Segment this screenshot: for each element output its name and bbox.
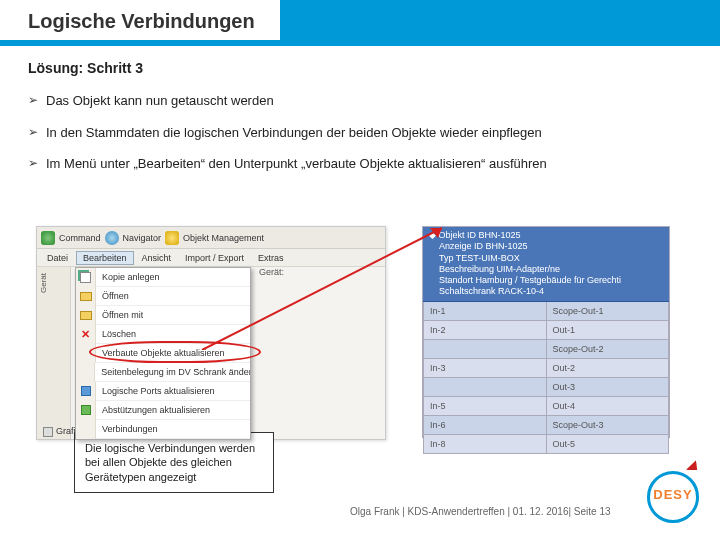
bullet-text: In den Stammdaten die logischen Verbindu… [46, 124, 542, 142]
menu-item-change-side[interactable]: Seitenbelegung im DV Schrank ändern [76, 363, 250, 382]
port-row: In-2Out-1 [423, 321, 669, 340]
side-tabs: Gerät [37, 267, 71, 439]
embedded-screenshot: Command Navigator Objekt Management Date… [36, 226, 676, 444]
toolbar: Command Navigator Objekt Management [37, 227, 385, 249]
bullet-arrow-icon: ➢ [28, 124, 38, 142]
folder-icon [80, 311, 92, 320]
toolbar-command[interactable]: Command [59, 233, 101, 243]
menubar: Datei Bearbeiten Ansicht Import / Export… [37, 249, 385, 267]
bullet-arrow-icon: ➢ [28, 92, 38, 110]
santa-hat-icon [684, 462, 704, 476]
menu-import-export[interactable]: Import / Export [179, 252, 250, 264]
menu-bearbeiten[interactable]: Bearbeiten [76, 251, 134, 265]
side-tab-label[interactable]: Gerät [37, 267, 50, 299]
port-row: In-1Scope-Out-1 [423, 302, 669, 321]
menu-ansicht[interactable]: Ansicht [136, 252, 178, 264]
port-row: Scope-Out-2 [423, 340, 669, 359]
page-title: Logische Verbindungen [28, 10, 265, 33]
bullet-list: ➢Das Objekt kann nun getauscht werden ➢I… [28, 92, 688, 187]
blue-icon [81, 386, 91, 396]
port-row: Out-3 [423, 378, 669, 397]
subtitle: Lösung: Schritt 3 [28, 60, 143, 76]
copy-icon [80, 272, 91, 283]
field-label: Gerät: [259, 267, 284, 277]
port-row: In-8Out-5 [423, 435, 669, 454]
menu-item-copy[interactable]: Kopie anlegen [76, 268, 250, 287]
green-icon [81, 405, 91, 415]
menu-extras[interactable]: Extras [252, 252, 290, 264]
menu-item-update-ports[interactable]: Logische Ports aktualisieren [76, 382, 250, 401]
globe-icon [105, 231, 119, 245]
bullet-arrow-icon: ➢ [28, 155, 38, 173]
menu-datei[interactable]: Datei [41, 252, 74, 264]
port-row: In-3Out-2 [423, 359, 669, 378]
footer-text: Olga Frank | KDS-Anwendertreffen | 01. 1… [350, 506, 611, 517]
highlight-oval [89, 341, 261, 363]
folder-icon [80, 292, 92, 301]
bullet-text: Das Objekt kann nun getauscht werden [46, 92, 274, 110]
command-icon [41, 231, 55, 245]
callout-box: Die logische Verbindungen werden bei all… [74, 432, 274, 493]
port-row: In-6Scope-Out-3 [423, 416, 669, 435]
app-window: Command Navigator Objekt Management Date… [36, 226, 386, 440]
bullet-text: Im Menü unter „Bearbeiten“ den Unterpunk… [46, 155, 547, 173]
menu-item-update-supports[interactable]: Abstützungen aktualisieren [76, 401, 250, 420]
toolbar-objmgmt[interactable]: Objekt Management [183, 233, 264, 243]
object-info-panel: ◆ Objekt ID BHN-1025 Anzeige ID BHN-1025… [422, 226, 670, 438]
desy-logo: DESY [644, 468, 702, 526]
port-row: In-5Out-4 [423, 397, 669, 416]
menu-item-connections[interactable]: Verbindungen [76, 420, 250, 439]
menu-item-open[interactable]: Öffnen [76, 287, 250, 306]
panel-header: ◆ Objekt ID BHN-1025 Anzeige ID BHN-1025… [423, 227, 669, 302]
toolbar-navigator[interactable]: Navigator [123, 233, 162, 243]
delete-icon: ✕ [81, 328, 90, 341]
objmgmt-icon [165, 231, 179, 245]
menu-item-open-with[interactable]: Öffnen mit [76, 306, 250, 325]
